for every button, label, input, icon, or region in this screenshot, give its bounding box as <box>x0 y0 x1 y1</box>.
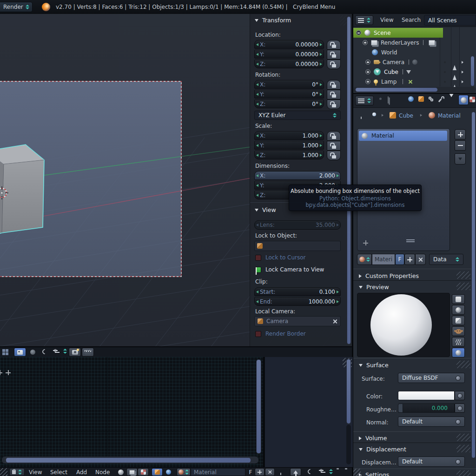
decrement-icon[interactable] <box>256 300 258 303</box>
node-socket-icon[interactable] <box>456 459 461 464</box>
roughness-node-button[interactable] <box>455 403 465 413</box>
lock-camera-to-view-checkbox[interactable]: Lock Camera to View <box>255 266 324 273</box>
shader-object-button[interactable] <box>152 468 163 476</box>
go-to-parent-button[interactable] <box>290 468 301 476</box>
lock-to-object-field[interactable] <box>254 241 341 251</box>
tab-world[interactable] <box>408 96 414 102</box>
roughness-slider[interactable]: 0.000 <box>398 403 455 413</box>
preview-type-monkey-button[interactable] <box>452 326 465 336</box>
unlink-material-button[interactable] <box>415 254 426 265</box>
outliner-search-menu[interactable]: Search <box>402 17 421 23</box>
location-z-lock-button[interactable] <box>327 60 341 69</box>
decrement-icon[interactable] <box>256 291 258 293</box>
color-swatch[interactable] <box>398 391 455 400</box>
region-corner-grip[interactable] <box>0 468 7 476</box>
link-data-dropdown[interactable]: Data <box>429 254 463 265</box>
scale-y-lock-button[interactable] <box>327 141 341 151</box>
panel-grip[interactable] <box>456 361 470 368</box>
node-vscroll-bar[interactable] <box>256 359 261 454</box>
clip-end-field[interactable]: End: 1000.000 <box>254 297 341 306</box>
location-y-lock-button[interactable] <box>327 50 341 60</box>
lamp-data-icon[interactable] <box>408 79 413 84</box>
tree-type-compositing-button[interactable] <box>126 468 138 476</box>
decrement-icon[interactable] <box>256 154 258 157</box>
increment-icon[interactable] <box>320 83 322 86</box>
location-z-field[interactable]: Z: 0.00000 <box>254 60 324 68</box>
restrict-select-icon[interactable] <box>453 78 456 85</box>
decrement-icon[interactable] <box>256 93 258 96</box>
outliner-row-cube[interactable]: Cube <box>353 67 452 77</box>
panel-grip[interactable] <box>456 434 470 441</box>
editor-type-button[interactable] <box>9 468 25 476</box>
increment-icon[interactable] <box>320 43 322 46</box>
editor-type-button[interactable] <box>355 96 374 106</box>
tab-texture[interactable] <box>469 97 475 102</box>
restrict-select-icon[interactable] <box>453 68 456 75</box>
opengl-anim-button[interactable] <box>82 348 94 357</box>
decrement-icon[interactable] <box>256 43 258 46</box>
fake-user-button[interactable]: F <box>395 254 404 265</box>
displacement-panel-header[interactable]: Displacement <box>359 446 406 453</box>
rotation-x-lock-button[interactable] <box>327 80 341 90</box>
preview-type-sphere-button[interactable] <box>452 305 465 315</box>
decrement-icon[interactable] <box>256 224 258 226</box>
node-socket-icon[interactable] <box>456 419 461 424</box>
scenes-filter-dropdown[interactable]: All Scenes <box>424 15 476 26</box>
increment-icon[interactable] <box>337 174 339 177</box>
editor-type-button[interactable] <box>355 15 373 25</box>
render-engine-dropdown[interactable]: Render <box>0 2 33 12</box>
scale-x-field[interactable]: X: 1.000 <box>254 131 324 140</box>
expand-icon[interactable] <box>365 79 370 84</box>
node-editor[interactable] <box>0 357 263 467</box>
location-x-field[interactable]: X: 0.00000 <box>254 40 324 49</box>
snap-button[interactable] <box>54 349 60 355</box>
custom-properties-panel-header[interactable]: Custom Properties <box>359 272 419 279</box>
rotation-mode-dropdown[interactable]: XYZ Euler <box>254 111 341 120</box>
render-border-checkbox[interactable]: Render Border <box>255 331 306 337</box>
renderlayer-data-icon[interactable] <box>429 40 435 46</box>
scale-z-lock-button[interactable] <box>327 151 341 160</box>
increment-icon[interactable] <box>337 291 339 293</box>
decrement-icon[interactable] <box>256 53 258 56</box>
material-browse-button[interactable] <box>357 254 372 265</box>
view-panel-header[interactable]: View <box>255 206 276 213</box>
lens-field[interactable]: Lens: 35.000 <box>254 220 341 230</box>
expand-icon[interactable] <box>365 69 370 74</box>
rotation-z-lock-button[interactable] <box>327 99 341 109</box>
outliner-view-menu[interactable]: View <box>380 17 393 23</box>
outliner-row-scene[interactable]: Scene <box>353 28 443 38</box>
panel-grip[interactable] <box>456 283 470 290</box>
outliner-row-renderlayers[interactable]: RenderLayers <box>353 38 474 47</box>
image-button[interactable] <box>14 348 26 357</box>
location-x-lock-button[interactable] <box>327 40 341 50</box>
material-name-field[interactable]: Materi <box>372 254 395 265</box>
increment-icon[interactable] <box>320 144 322 147</box>
sidebar-vscroll-track[interactable] <box>346 425 351 464</box>
node-socket-icon[interactable] <box>456 376 461 381</box>
decrement-icon[interactable] <box>256 174 258 177</box>
node-hscroll-track[interactable] <box>2 456 258 463</box>
cryblend-menu[interactable]: CryBlend Menu <box>293 4 335 10</box>
outliner-vscroll-bar[interactable] <box>470 56 475 86</box>
color-node-button[interactable] <box>455 391 465 400</box>
surface-dropdown[interactable]: Diffuse BSDF <box>398 373 465 383</box>
location-y-field[interactable]: Y: 0.00000 <box>254 50 324 59</box>
outliner-hscroll-bar[interactable] <box>355 87 438 92</box>
region-corner-grip[interactable] <box>353 469 361 476</box>
increment-icon[interactable] <box>337 300 339 303</box>
lock-to-cursor-checkbox[interactable]: Lock to Cursor <box>255 254 305 261</box>
outliner-row-camera[interactable]: Camera <box>353 57 452 67</box>
panel-grip[interactable] <box>456 445 470 452</box>
collapse-icon[interactable] <box>356 30 361 35</box>
shading-button[interactable] <box>27 348 38 357</box>
transform-panel-header[interactable]: Transform <box>255 17 291 24</box>
rotation-z-field[interactable]: Z: 0° <box>254 99 324 108</box>
preview-type-flat-button[interactable] <box>452 294 465 304</box>
slot-remove-button[interactable] <box>455 140 466 151</box>
rotation-y-lock-button[interactable] <box>327 90 341 99</box>
new-button[interactable] <box>255 468 264 476</box>
increment-icon[interactable] <box>320 134 322 137</box>
preview-type-world-button[interactable] <box>452 348 465 357</box>
scale-y-field[interactable]: Y: 1.000 <box>254 141 324 150</box>
preview-type-hair-button[interactable] <box>452 337 465 347</box>
